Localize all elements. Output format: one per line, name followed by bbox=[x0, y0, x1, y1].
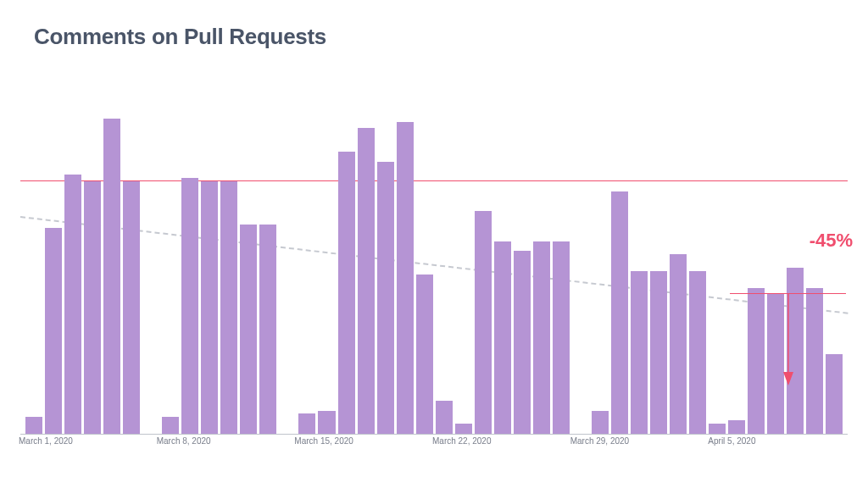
bar bbox=[689, 271, 706, 434]
x-tick-label: March 29, 2020 bbox=[570, 436, 630, 446]
svg-marker-1 bbox=[783, 372, 793, 385]
chart-title: Comments on Pull Requests bbox=[20, 0, 848, 60]
bar bbox=[475, 211, 492, 434]
bar bbox=[748, 288, 765, 434]
bar bbox=[806, 288, 823, 434]
bar bbox=[709, 424, 726, 434]
bar bbox=[298, 413, 315, 434]
bar bbox=[728, 420, 745, 434]
bar bbox=[650, 271, 667, 434]
bar bbox=[64, 175, 81, 434]
bar bbox=[533, 241, 550, 434]
bar bbox=[45, 228, 62, 434]
chart-container: Comments on Pull Requests -45% March 1, … bbox=[20, 0, 848, 477]
x-tick-label: March 15, 2020 bbox=[294, 436, 353, 446]
bar bbox=[455, 424, 472, 434]
bar bbox=[318, 411, 335, 434]
bar bbox=[611, 191, 628, 434]
bar bbox=[358, 128, 375, 434]
bar bbox=[84, 181, 101, 434]
bar bbox=[240, 225, 257, 434]
bar bbox=[338, 152, 355, 434]
bar bbox=[553, 241, 570, 434]
bar bbox=[162, 417, 179, 434]
delta-annotation: -45% bbox=[810, 230, 853, 252]
bar bbox=[25, 417, 42, 434]
bar bbox=[103, 119, 120, 434]
bar bbox=[377, 162, 394, 434]
x-tick-label: April 5, 2020 bbox=[708, 436, 755, 446]
plot-area: -45% bbox=[20, 102, 848, 435]
bar bbox=[670, 254, 687, 434]
bar bbox=[494, 241, 511, 434]
bar bbox=[220, 181, 237, 434]
x-tick-label: March 1, 2020 bbox=[19, 436, 73, 446]
bar bbox=[397, 122, 414, 434]
bar bbox=[514, 251, 531, 434]
bar bbox=[181, 178, 198, 434]
bar bbox=[436, 401, 453, 434]
x-axis: March 1, 2020March 8, 2020March 15, 2020… bbox=[20, 436, 848, 453]
bar bbox=[259, 225, 276, 434]
bar bbox=[592, 411, 609, 434]
bar bbox=[201, 181, 218, 434]
x-tick-label: March 22, 2020 bbox=[432, 436, 492, 446]
bar bbox=[826, 354, 843, 434]
x-tick-label: March 8, 2020 bbox=[157, 436, 211, 446]
bars bbox=[20, 102, 848, 434]
bar bbox=[416, 275, 433, 434]
bar bbox=[631, 271, 648, 434]
bar bbox=[123, 181, 140, 434]
